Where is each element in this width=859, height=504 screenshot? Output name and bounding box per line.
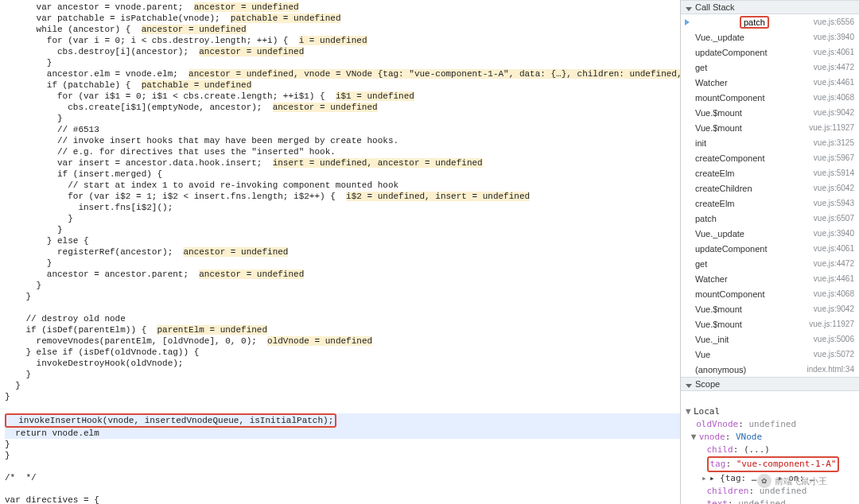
code-line[interactable]: while (ancestor) { ancestor = undefined bbox=[5, 24, 680, 35]
code-line[interactable]: ancestor = ancestor.parent; ancestor = u… bbox=[5, 269, 680, 280]
source-code-pane[interactable]: var ancestor = vnode.parent; ancestor = … bbox=[0, 0, 680, 504]
callstack-frame[interactable]: updateComponentvue.js:4061 bbox=[681, 45, 859, 60]
scope-header[interactable]: Scope bbox=[681, 377, 859, 391]
code-line[interactable]: } bbox=[5, 369, 680, 380]
frame-location: vue.js:5006 bbox=[814, 335, 854, 343]
code-line[interactable]: } bbox=[5, 391, 680, 402]
frame-location: vue.js:5943 bbox=[814, 199, 854, 207]
code-line[interactable]: if (insert.merged) { bbox=[5, 169, 680, 180]
tag-value-highlight: tag: "vue-component-1-A" bbox=[707, 456, 840, 472]
code-line[interactable]: } bbox=[5, 291, 680, 302]
code-line[interactable] bbox=[5, 461, 680, 472]
callstack-frame[interactable]: Vue._updatevue.js:3940 bbox=[681, 226, 859, 241]
code-line[interactable]: } bbox=[5, 450, 680, 461]
code-line[interactable]: // start at index 1 to avoid re-invoking… bbox=[5, 180, 680, 191]
frame-location: vue.js:6556 bbox=[814, 17, 854, 26]
code-line[interactable]: invokeDestroyHook(oldVnode); bbox=[5, 358, 680, 369]
code-line[interactable]: for (var i$1 = 0; i$1 < cbs.create.lengt… bbox=[5, 91, 680, 102]
frame-function: Watcher bbox=[695, 78, 728, 87]
code-line[interactable]: cbs.destroy[i](ancestor); ancestor = und… bbox=[5, 46, 680, 57]
frame-function: Watcher bbox=[695, 274, 728, 284]
callstack-frame[interactable]: mountComponentvue.js:4068 bbox=[681, 286, 859, 301]
frame-location: vue.js:9042 bbox=[814, 304, 854, 313]
code-line[interactable]: /* */ bbox=[5, 472, 680, 483]
frame-location: vue.js:6507 bbox=[814, 214, 854, 223]
code-line[interactable]: } bbox=[5, 380, 680, 391]
code-line[interactable]: } bbox=[5, 280, 680, 291]
callstack-frame[interactable]: createChildrenvue.js:6042 bbox=[681, 180, 859, 196]
frame-function: Vue._update bbox=[695, 33, 744, 42]
code-line[interactable]: var insert = ancestor.data.hook.insert; … bbox=[5, 157, 680, 169]
code-line[interactable]: } bbox=[5, 258, 680, 269]
frame-location: index.html:34 bbox=[807, 365, 854, 374]
code-line[interactable]: } bbox=[5, 213, 680, 224]
frame-location: vue.js:3125 bbox=[814, 138, 854, 147]
code-line[interactable]: for (var i = 0; i < cbs.destroy.length; … bbox=[5, 35, 680, 46]
watermark: ✿ 前端飞鼠小王 bbox=[757, 474, 827, 488]
callstack-frame[interactable]: initvue.js:3125 bbox=[681, 135, 859, 150]
callstack-frame[interactable]: createElmvue.js:5914 bbox=[681, 165, 859, 180]
callstack-frame[interactable]: getvue.js:4472 bbox=[681, 60, 859, 75]
callstack-frame[interactable]: Vue.$mountvue.js:11927 bbox=[681, 316, 859, 331]
code-line[interactable] bbox=[5, 302, 680, 313]
frame-location: vue.js:5072 bbox=[814, 350, 854, 359]
callstack-frame[interactable]: Vue._updatevue.js:3940 bbox=[681, 29, 859, 45]
frame-function: Vue bbox=[695, 350, 710, 359]
callstack-frame[interactable]: patchvue.js:6556 bbox=[681, 14, 859, 29]
frame-function: mountComponent bbox=[695, 93, 764, 103]
code-line[interactable]: removeVnodes(parentElm, [oldVnode], 0, 0… bbox=[5, 335, 680, 347]
code-line[interactable]: // destroy old node bbox=[5, 313, 680, 324]
frame-location: vue.js:5967 bbox=[814, 153, 854, 162]
code-line[interactable]: var patchable = isPatchable(vnode); patc… bbox=[5, 13, 680, 24]
code-line[interactable]: } bbox=[5, 57, 680, 68]
frame-location: vue.js:4461 bbox=[814, 274, 854, 283]
callstack-list[interactable]: patchvue.js:6556Vue._updatevue.js:3940up… bbox=[681, 14, 859, 377]
code-line[interactable]: } bbox=[5, 113, 680, 124]
callstack-frame[interactable]: Vue.$mountvue.js:9042 bbox=[681, 301, 859, 316]
callstack-frame[interactable]: updateComponentvue.js:4061 bbox=[681, 241, 859, 256]
code-line[interactable]: } else { bbox=[5, 235, 680, 246]
code-line[interactable] bbox=[5, 402, 680, 413]
frame-location: vue.js:6042 bbox=[814, 184, 854, 192]
callstack-frame[interactable]: createComponentvue.js:5967 bbox=[681, 150, 859, 165]
callstack-frame[interactable]: Vue.$mountvue.js:11927 bbox=[681, 120, 859, 135]
code-line[interactable]: // #6513 bbox=[5, 124, 680, 135]
code-line[interactable]: var directives = { bbox=[5, 494, 680, 504]
callstack-frame[interactable]: Vue.$mountvue.js:9042 bbox=[681, 105, 859, 120]
frame-location: vue.js:4461 bbox=[814, 78, 854, 87]
scope-title: Scope bbox=[695, 379, 720, 389]
callstack-frame[interactable]: patchvue.js:6507 bbox=[681, 211, 859, 226]
code-line[interactable]: var ancestor = vnode.parent; ancestor = … bbox=[5, 2, 680, 13]
callstack-frame[interactable]: Watchervue.js:4461 bbox=[681, 75, 859, 90]
frame-function: get bbox=[695, 63, 707, 72]
code-line[interactable]: } else if (isDef(oldVnode.tag)) { bbox=[5, 347, 680, 358]
code-line[interactable]: for (var i$2 = 1; i$2 < insert.fns.lengt… bbox=[5, 191, 680, 202]
frame-function: init bbox=[695, 138, 706, 148]
callstack-frame[interactable]: Vuevue.js:5072 bbox=[681, 347, 859, 362]
code-line[interactable]: // invoke insert hooks that may have bee… bbox=[5, 135, 680, 146]
callstack-frame[interactable]: createElmvue.js:5943 bbox=[681, 196, 859, 211]
frame-function: createElm bbox=[695, 169, 735, 178]
code-line[interactable]: cbs.create[i$1](emptyNode, ancestor); an… bbox=[5, 102, 680, 113]
code-line[interactable]: } bbox=[5, 439, 680, 450]
code-line[interactable]: registerRef(ancestor); ancestor = undefi… bbox=[5, 246, 680, 258]
callstack-header[interactable]: Call Stack bbox=[681, 0, 859, 14]
code-line[interactable]: insert.fns[i$2](); bbox=[5, 202, 680, 213]
frame-function: mountComponent bbox=[695, 289, 764, 299]
callstack-frame[interactable]: Vue._initvue.js:5006 bbox=[681, 331, 859, 347]
callstack-frame[interactable]: mountComponentvue.js:4068 bbox=[681, 90, 859, 105]
frame-function: Vue.$mount bbox=[695, 108, 742, 118]
code-line[interactable] bbox=[5, 483, 680, 494]
callstack-frame[interactable]: (anonymous)index.html:34 bbox=[681, 362, 859, 377]
code-line[interactable]: // e.g. for directives that uses the "in… bbox=[5, 146, 680, 157]
code-line[interactable]: ancestor.elm = vnode.elm; ancestor = und… bbox=[5, 68, 680, 79]
code-line[interactable]: if (patchable) { patchable = undefined bbox=[5, 79, 680, 91]
frame-location: vue.js:9042 bbox=[814, 108, 854, 117]
code-line[interactable]: } bbox=[5, 224, 680, 235]
code-line[interactable]: return vnode.elm bbox=[5, 428, 680, 439]
callstack-frame[interactable]: getvue.js:4472 bbox=[681, 256, 859, 271]
code-line[interactable]: invokeInsertHook(vnode, insertedVnodeQue… bbox=[5, 413, 680, 428]
code-line[interactable]: if (isDef(parentElm)) { parentElm = unde… bbox=[5, 324, 680, 335]
callstack-frame[interactable]: Watchervue.js:4461 bbox=[681, 271, 859, 286]
frame-function: createChildren bbox=[695, 184, 752, 193]
